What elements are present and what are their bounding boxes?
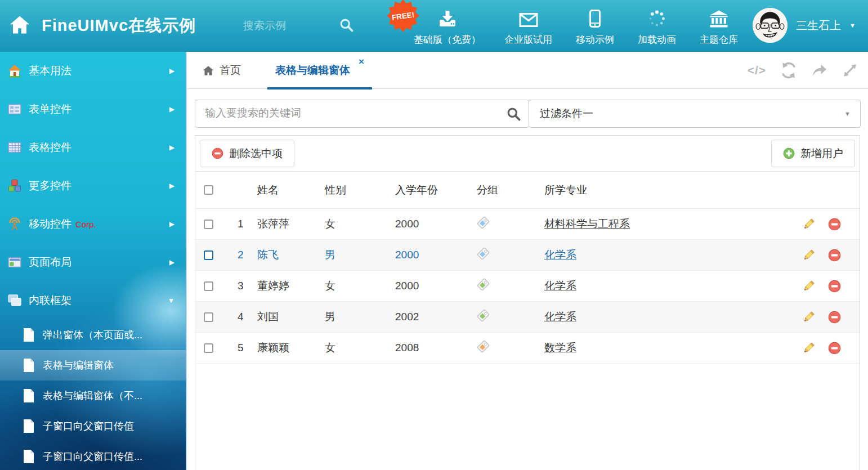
delete-minus-icon[interactable] [828, 218, 841, 231]
header-search-input[interactable] [243, 17, 328, 35]
tag-icon [477, 340, 490, 356]
sidebar-subitem-child-to-parent-2[interactable]: 子窗口向父窗口传值... [0, 441, 186, 470]
add-user-button[interactable]: 新增用户 [771, 140, 855, 167]
home-logo-icon [9, 15, 30, 37]
sidebar-subitem-grid-edit-window[interactable]: 表格与编辑窗体 [0, 350, 186, 381]
sidebar-item-page-layout[interactable]: 页面布局 ▶ [0, 243, 186, 281]
tag-icon [477, 278, 490, 294]
cell-name: 康颖颖 [257, 341, 325, 355]
major-link[interactable]: 化学系 [544, 311, 576, 323]
edit-pencil-icon[interactable] [802, 311, 815, 324]
sidebar-item-grid-controls[interactable]: 表格控件 ▶ [0, 128, 186, 167]
refresh-icon[interactable] [780, 62, 797, 79]
envelope-icon [519, 10, 538, 28]
row-checkbox[interactable] [204, 312, 213, 322]
major-link[interactable]: 数学系 [544, 342, 576, 353]
keyword-search-box [195, 100, 529, 128]
sidebar-subitem-child-to-parent[interactable]: 子窗口向父窗口传值 [0, 411, 186, 441]
row-checkbox[interactable] [204, 220, 213, 229]
table-row[interactable]: 1 张萍萍 女 2000 材料科学与工程系 [195, 209, 860, 240]
free-badge: FREE! [386, 0, 420, 33]
filter-dropdown[interactable]: 过滤条件一 ▼ [529, 100, 861, 128]
file-icon [23, 388, 35, 403]
delete-selected-button[interactable]: 删除选中项 [200, 140, 294, 167]
row-checkbox[interactable] [204, 343, 213, 353]
keyword-search-input[interactable] [195, 100, 488, 126]
sidebar-item-more-controls[interactable]: 更多控件 ▶ [0, 167, 186, 205]
tab-grid-edit-window[interactable]: 表格与编辑窗体 × [267, 52, 372, 89]
edit-pencil-icon[interactable] [802, 249, 815, 262]
search-icon[interactable] [506, 106, 521, 124]
sidebar-item-label: 移动控件 [29, 217, 71, 231]
sidebar-item-basic-usage[interactable]: 基本用法 ▶ [0, 52, 186, 90]
cubes-icon [7, 178, 22, 193]
table-row-selected[interactable]: 2 陈飞 男 2000 化学系 [195, 240, 860, 271]
table-row[interactable]: 4 刘国 男 2002 化学系 [195, 302, 860, 333]
tab-home[interactable]: 首页 [203, 52, 241, 89]
sidebar-item-inline-frame[interactable]: 内联框架 ▼ [0, 281, 186, 320]
edit-pencil-icon[interactable] [802, 342, 815, 355]
cell-year: 2008 [395, 342, 477, 354]
sidebar-item-label: 表单控件 [29, 102, 71, 117]
header-bar: FineUIMvc在线示例 FREE! 基础版（免费） 企业版试用 [0, 0, 868, 52]
row-number: 1 [223, 218, 257, 230]
maximize-icon[interactable] [842, 62, 858, 78]
tab-bar: 首页 表格与编辑窗体 × </> [187, 52, 868, 89]
table-icon [7, 140, 22, 155]
delete-minus-icon[interactable] [828, 342, 841, 355]
column-name: 姓名 [257, 183, 325, 198]
nav-item-enterprise-trial[interactable]: 企业版试用 [493, 0, 564, 52]
close-icon[interactable]: × [359, 57, 364, 66]
cell-name: 董婷婷 [257, 279, 325, 293]
nav-item-mobile-demo[interactable]: 移动示例 [564, 0, 626, 52]
chevron-down-icon: ▼ [844, 110, 851, 117]
sidebar-subitem-grid-edit-window-2[interactable]: 表格与编辑窗体（不... [0, 381, 186, 411]
row-checkbox[interactable] [204, 250, 213, 260]
filter-dropdown-value: 过滤条件一 [540, 106, 593, 121]
table-row[interactable]: 5 康颖颖 女 2008 数学系 [195, 333, 860, 364]
delete-minus-icon[interactable] [828, 249, 841, 262]
search-icon[interactable] [339, 17, 354, 35]
edit-pencil-icon[interactable] [802, 218, 815, 231]
sidebar-subitem-label: 表格与编辑窗体 [43, 359, 114, 372]
user-menu[interactable]: 三生石上 ▼ [753, 8, 856, 43]
cell-gender: 女 [325, 341, 395, 355]
select-all-checkbox[interactable] [204, 185, 213, 195]
layout-icon [7, 255, 22, 270]
delete-minus-icon[interactable] [828, 311, 841, 324]
edit-pencil-icon[interactable] [802, 280, 815, 293]
table-header: 姓名 性别 入学年份 分组 所学专业 [195, 172, 860, 209]
delete-minus-icon[interactable] [828, 280, 841, 293]
sidebar-item-mobile-controls[interactable]: 移动控件 Corp. ▶ [0, 205, 186, 243]
table-empty-area [195, 364, 860, 470]
tab-toolbar: </> [748, 52, 858, 89]
header-nav: 基础版（免费） 企业版试用 移动示例 加载动画 [402, 0, 750, 52]
frames-icon [7, 293, 22, 308]
nav-label: 移动示例 [576, 33, 614, 46]
avatar [753, 8, 788, 43]
open-new-window-icon[interactable] [811, 62, 828, 79]
view-source-icon[interactable]: </> [748, 64, 766, 77]
nav-label: 加载动画 [638, 33, 676, 46]
table-row[interactable]: 3 董婷婷 女 2000 化学系 [195, 271, 860, 302]
cell-year: 2002 [395, 311, 477, 323]
sidebar-item-label: 基本用法 [29, 64, 71, 78]
column-major: 所学专业 [544, 183, 789, 198]
sidebar-subitem-popup-window[interactable]: 弹出窗体（本页面或... [0, 320, 186, 350]
button-label: 新增用户 [800, 146, 843, 161]
major-link[interactable]: 材料科学与工程系 [544, 218, 630, 230]
sidebar-subitem-label: 子窗口向父窗口传值 [43, 419, 134, 433]
major-link[interactable]: 化学系 [544, 249, 576, 261]
file-icon [23, 419, 35, 433]
active-tab-underline [267, 87, 372, 89]
nav-item-theme-repo[interactable]: 主题仓库 [688, 0, 750, 52]
major-link[interactable]: 化学系 [544, 280, 576, 292]
cell-year: 2000 [395, 249, 477, 261]
column-group: 分组 [477, 183, 544, 198]
row-checkbox[interactable] [204, 281, 213, 291]
nav-item-loading-animation[interactable]: 加载动画 [626, 0, 688, 52]
sidebar-item-form-controls[interactable]: 表单控件 ▶ [0, 90, 186, 128]
corp-badge: Corp. [75, 220, 96, 229]
sidebar-subitem-label: 表格与编辑窗体（不... [43, 389, 142, 402]
tag-icon [477, 309, 490, 325]
